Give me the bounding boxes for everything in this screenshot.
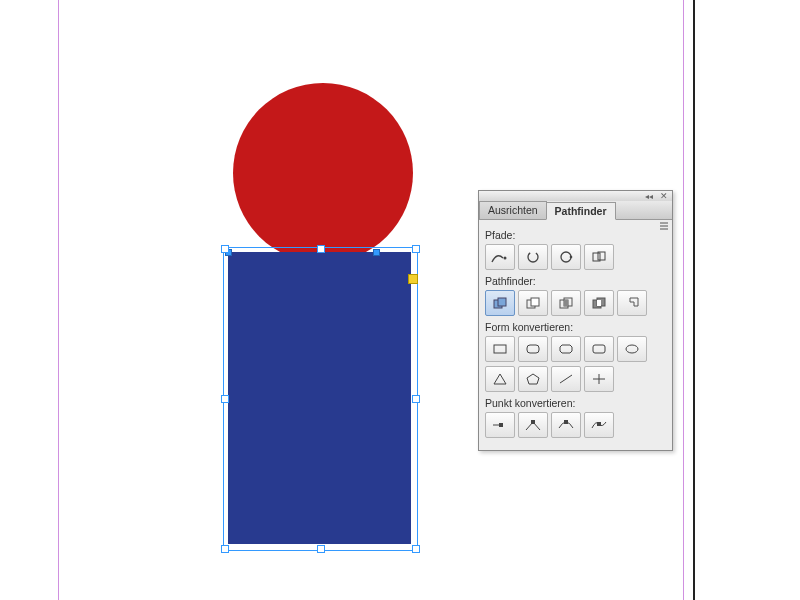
- svg-point-18: [626, 345, 638, 353]
- panel-titlebar[interactable]: ◂◂ ✕: [479, 191, 672, 201]
- convert-beveled-button[interactable]: [551, 336, 581, 362]
- svg-rect-17: [527, 345, 539, 353]
- svg-rect-25: [564, 420, 568, 424]
- svg-rect-24: [531, 420, 535, 424]
- close-path-button[interactable]: [551, 244, 581, 270]
- join-path-button[interactable]: [485, 244, 515, 270]
- point-corner-button[interactable]: [518, 412, 548, 438]
- convert-inverse-rounded-button[interactable]: [584, 336, 614, 362]
- resize-handle[interactable]: [317, 545, 325, 553]
- svg-rect-23: [499, 423, 503, 427]
- convert-triangle-button[interactable]: [485, 366, 515, 392]
- close-icon[interactable]: ✕: [659, 191, 669, 201]
- pathfinder-subtract-button[interactable]: [518, 290, 548, 316]
- section-paths: Pfade:: [485, 229, 666, 241]
- ruler-line: [693, 0, 695, 600]
- convert-rectangle-button[interactable]: [485, 336, 515, 362]
- svg-rect-9: [531, 298, 539, 306]
- svg-point-2: [561, 252, 571, 262]
- resize-handle[interactable]: [412, 245, 420, 253]
- panel-tabs: Ausrichten Pathfinder: [479, 201, 672, 220]
- tab-align[interactable]: Ausrichten: [479, 201, 547, 219]
- svg-rect-7: [498, 298, 506, 306]
- convert-line-button[interactable]: [551, 366, 581, 392]
- reverse-path-button[interactable]: [584, 244, 614, 270]
- document-canvas[interactable]: [0, 0, 800, 600]
- svg-rect-15: [597, 300, 601, 306]
- svg-point-1: [528, 252, 538, 262]
- pathfinder-panel: ◂◂ ✕ Ausrichten Pathfinder Pfade: Pathfi…: [478, 190, 673, 451]
- convert-ellipse-button[interactable]: [617, 336, 647, 362]
- live-corner-widget[interactable]: [408, 274, 418, 284]
- pathfinder-intersect-button[interactable]: [551, 290, 581, 316]
- flyout-menu-icon[interactable]: [659, 221, 669, 231]
- point-symmetrical-button[interactable]: [584, 412, 614, 438]
- pathfinder-exclude-button[interactable]: [584, 290, 614, 316]
- shape-rectangle[interactable]: [228, 252, 411, 544]
- anchor-tm-inner[interactable]: [373, 249, 380, 256]
- resize-handle[interactable]: [221, 545, 229, 553]
- tab-pathfinder[interactable]: Pathfinder: [546, 202, 616, 220]
- shape-circle[interactable]: [233, 83, 413, 263]
- point-plain-button[interactable]: [485, 412, 515, 438]
- svg-rect-16: [494, 345, 506, 353]
- pathfinder-add-button[interactable]: [485, 290, 515, 316]
- guide-right: [683, 0, 684, 600]
- pathfinder-minusback-button[interactable]: [617, 290, 647, 316]
- guide-left: [58, 0, 59, 600]
- svg-line-19: [560, 375, 572, 383]
- svg-point-0: [504, 257, 507, 260]
- section-pathfinder: Pathfinder:: [485, 275, 666, 287]
- section-convert-shape: Form konvertieren:: [485, 321, 666, 333]
- convert-polygon-button[interactable]: [518, 366, 548, 392]
- svg-rect-26: [597, 422, 601, 426]
- anchor-tl[interactable]: [225, 249, 232, 256]
- section-convert-point: Punkt konvertieren:: [485, 397, 666, 409]
- resize-handle[interactable]: [412, 545, 420, 553]
- svg-rect-12: [564, 300, 568, 306]
- point-smooth-button[interactable]: [551, 412, 581, 438]
- resize-handle[interactable]: [412, 395, 420, 403]
- convert-rounded-button[interactable]: [518, 336, 548, 362]
- collapse-icon[interactable]: ◂◂: [643, 192, 655, 201]
- open-path-button[interactable]: [518, 244, 548, 270]
- convert-orthogonal-line-button[interactable]: [584, 366, 614, 392]
- svg-point-3: [570, 256, 573, 259]
- panel-body: Pfade: Pathfinder: Form konvertieren:: [479, 220, 672, 450]
